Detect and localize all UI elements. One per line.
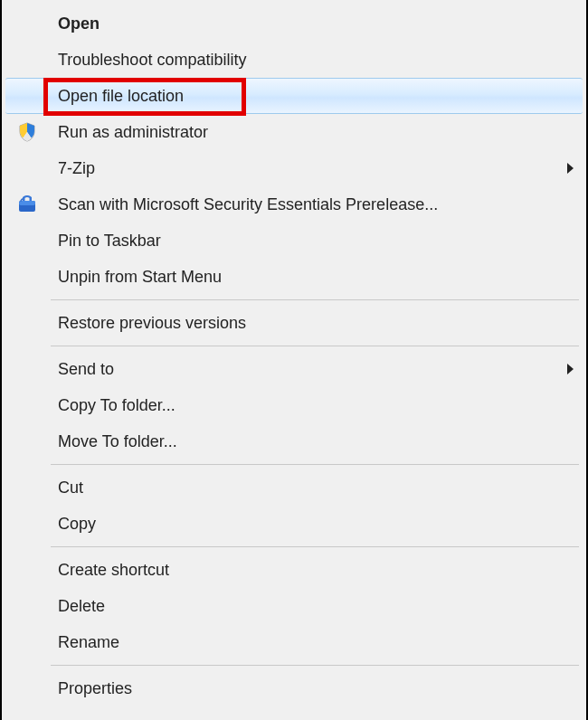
menu-item-label: Delete [58,597,105,616]
menu-item-label: Move To folder... [58,432,177,451]
menu-item-copy[interactable]: Copy [2,506,586,542]
menu-item-label: Send to [58,360,114,379]
menu-separator [51,665,579,666]
menu-item-open[interactable]: Open [2,5,586,42]
menu-item-label: Unpin from Start Menu [58,268,222,287]
menu-item-unpin-start-menu[interactable]: Unpin from Start Menu [2,259,586,295]
svg-rect-1 [19,201,35,205]
menu-item-label: Open file location [58,87,184,106]
menu-item-label: Create shortcut [58,561,169,580]
menu-item-label: Troubleshoot compatibility [58,51,246,70]
menu-separator [51,464,579,465]
menu-item-label: Copy To folder... [58,396,175,415]
menu-item-move-to-folder[interactable]: Move To folder... [2,423,586,459]
menu-separator [51,546,579,547]
menu-item-properties[interactable]: Properties [2,670,586,706]
menu-item-troubleshoot-compatibility[interactable]: Troubleshoot compatibility [2,42,586,78]
menu-item-cut[interactable]: Cut [2,469,586,506]
menu-item-label: Pin to Taskbar [58,232,161,251]
menu-item-7zip[interactable]: 7-Zip [2,150,586,186]
menu-item-delete[interactable]: Delete [2,588,586,624]
menu-item-create-shortcut[interactable]: Create shortcut [2,552,586,588]
menu-item-label: Properties [58,679,132,698]
menu-item-run-as-administrator[interactable]: Run as administrator [2,114,586,150]
menu-item-scan-mse[interactable]: Scan with Microsoft Security Essentials … [2,186,586,223]
menu-item-open-file-location[interactable]: Open file location [5,78,583,114]
menu-item-copy-to-folder[interactable]: Copy To folder... [2,387,586,423]
menu-separator [51,346,579,346]
menu-item-label: 7-Zip [58,159,95,178]
menu-item-label: Open [58,14,100,33]
menu-item-pin-to-taskbar[interactable]: Pin to Taskbar [2,223,586,259]
shield-icon [14,119,40,145]
mse-icon [14,192,40,217]
context-menu: Open Troubleshoot compatibility Open fil… [0,0,588,720]
menu-item-restore-previous-versions[interactable]: Restore previous versions [2,305,586,341]
chevron-right-icon [567,364,574,374]
menu-item-send-to[interactable]: Send to [2,351,586,387]
menu-item-label: Cut [58,478,83,497]
menu-separator [51,299,579,300]
menu-item-label: Rename [58,633,119,652]
menu-item-label: Restore previous versions [58,314,246,333]
menu-item-label: Scan with Microsoft Security Essentials … [58,195,438,214]
menu-item-rename[interactable]: Rename [2,624,586,660]
menu-item-label: Copy [58,515,96,534]
menu-item-label: Run as administrator [58,123,208,142]
chevron-right-icon [567,163,574,174]
